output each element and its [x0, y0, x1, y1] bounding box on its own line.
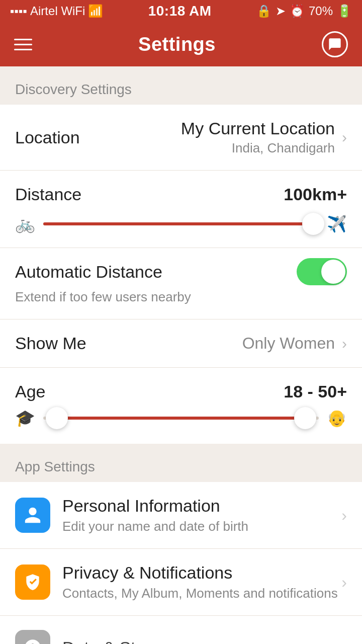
nav-bar: Settings — [0, 22, 362, 66]
age-slider-row: 🎓 👴 — [0, 401, 362, 444]
signal-icon: ▪▪▪▪ — [10, 4, 27, 18]
privacy-row[interactable]: Privacy & Notifications Contacts, My Alb… — [0, 549, 362, 616]
date-settings-text: Date & St... — [62, 638, 341, 645]
discovery-settings-header: Discovery Settings — [0, 66, 362, 105]
chat-icon — [328, 37, 342, 51]
age-label-row: Age 18 - 50+ — [0, 368, 362, 401]
wifi-icon: 📶 — [88, 4, 103, 18]
date-settings-chevron: › — [341, 638, 347, 645]
privacy-text: Privacy & Notifications Contacts, My Alb… — [62, 563, 341, 601]
age-left-icon: 🎓 — [15, 409, 35, 428]
personal-info-title: Personal Information — [62, 496, 341, 516]
distance-left-icon: 🚲 — [15, 214, 35, 233]
privacy-sub: Contacts, My Album, Moments and notifica… — [62, 586, 341, 601]
personal-info-sub: Edit your name and date of birth — [62, 519, 341, 534]
privacy-icon — [15, 565, 50, 600]
date-settings-row[interactable]: Date & St... › — [0, 616, 362, 644]
age-thumb-left[interactable] — [46, 407, 68, 429]
age-thumb-right[interactable] — [294, 407, 316, 429]
location-label: Location — [15, 128, 80, 147]
privacy-title: Privacy & Notifications — [62, 563, 341, 583]
age-label: Age — [15, 382, 46, 401]
status-right: 🔒 ➤ ⏰ 70% 🔋 — [256, 4, 352, 18]
show-me-label: Show Me — [15, 334, 86, 353]
date-settings-icon — [15, 630, 50, 644]
personal-info-text: Personal Information Edit your name and … — [62, 496, 341, 534]
location-icon: ➤ — [276, 4, 286, 18]
status-time: 10:18 AM — [148, 3, 212, 19]
show-me-value[interactable]: Only Women › — [242, 334, 347, 353]
age-fill — [57, 417, 305, 420]
status-bar: ▪▪▪▪ Airtel WiFi 📶 10:18 AM 🔒 ➤ ⏰ 70% 🔋 — [0, 0, 362, 22]
distance-fill — [43, 222, 313, 225]
distance-right-icon: ✈️ — [327, 214, 347, 233]
app-settings-header: App Settings — [0, 444, 362, 482]
location-value[interactable]: My Current Location India, Chandigarh › — [181, 119, 347, 156]
date-settings-title: Date & St... — [62, 638, 341, 645]
battery-label: 70% — [309, 4, 333, 18]
privacy-chevron: › — [341, 573, 347, 592]
show-me-text: Only Women — [242, 334, 335, 353]
age-value: 18 - 50+ — [284, 382, 347, 401]
status-left: ▪▪▪▪ Airtel WiFi 📶 — [10, 4, 103, 18]
auto-distance-label: Automatic Distance — [15, 262, 162, 282]
page-title: Settings — [138, 34, 216, 55]
show-me-chevron: › — [342, 335, 347, 352]
battery-icon: 🔋 — [337, 4, 352, 18]
distance-value: 100km+ — [284, 185, 347, 204]
distance-track[interactable] — [43, 222, 319, 225]
toggle-knob — [321, 260, 345, 284]
auto-distance-sub: Extend if too few users nearby — [15, 289, 347, 305]
personal-info-chevron: › — [341, 506, 347, 525]
menu-button[interactable] — [14, 39, 32, 50]
location-sub: India, Chandigarh — [181, 140, 335, 156]
chat-button[interactable] — [322, 31, 348, 57]
age-right-icon: 👴 — [327, 409, 347, 428]
location-primary: My Current Location — [181, 119, 335, 138]
age-track[interactable] — [43, 417, 319, 420]
personal-info-icon — [15, 498, 50, 533]
alarm-icon: ⏰ — [290, 4, 305, 18]
location-chevron: › — [342, 129, 347, 146]
location-row[interactable]: Location My Current Location India, Chan… — [0, 105, 362, 171]
discovery-settings-card: Location My Current Location India, Chan… — [0, 105, 362, 444]
distance-label: Distance — [15, 185, 81, 204]
distance-slider-row: 🚲 ✈️ — [0, 207, 362, 248]
auto-distance-row: Automatic Distance Extend if too few use… — [0, 248, 362, 319]
distance-thumb[interactable] — [302, 213, 324, 235]
auto-distance-toggle[interactable] — [297, 258, 347, 285]
distance-slider-container: 🚲 ✈️ — [15, 214, 347, 233]
auto-distance-header: Automatic Distance — [15, 258, 347, 285]
show-me-row[interactable]: Show Me Only Women › — [0, 319, 362, 368]
personal-info-row[interactable]: Personal Information Edit your name and … — [0, 482, 362, 549]
carrier-label: Airtel WiFi — [30, 4, 85, 18]
app-settings-card: Personal Information Edit your name and … — [0, 482, 362, 644]
lock-icon: 🔒 — [256, 4, 272, 18]
age-slider-container: 🎓 👴 — [15, 409, 347, 428]
distance-label-row: Distance 100km+ — [0, 171, 362, 207]
